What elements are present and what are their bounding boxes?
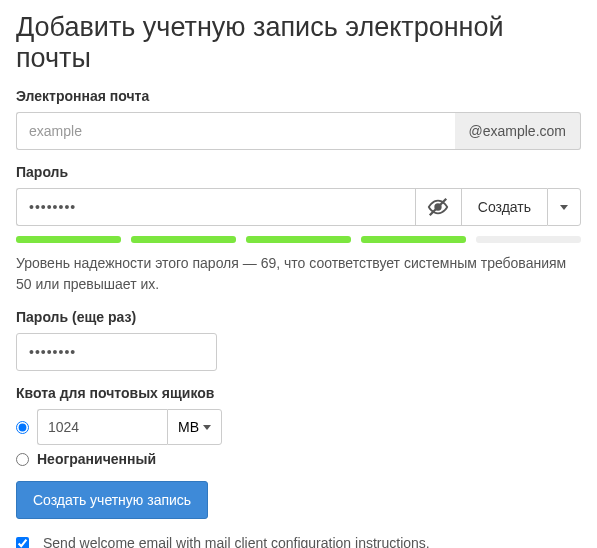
- password-confirm-group: Пароль (еще раз): [16, 309, 581, 371]
- password-strength-meter: [16, 236, 581, 243]
- password-confirm-input[interactable]: [16, 333, 217, 371]
- strength-segment: [246, 236, 351, 243]
- quota-label: Квота для почтовых ящиков: [16, 385, 581, 401]
- email-group: Электронная почта @example.com: [16, 88, 581, 150]
- page-title: Добавить учетную запись электронной почт…: [16, 12, 581, 74]
- create-account-button[interactable]: Создать учетную запись: [16, 481, 208, 519]
- strength-segment: [131, 236, 236, 243]
- caret-down-icon: [203, 425, 211, 430]
- eye-off-icon: [427, 196, 449, 218]
- password-label: Пароль: [16, 164, 581, 180]
- password-visibility-toggle[interactable]: [415, 188, 461, 226]
- caret-down-icon: [560, 205, 568, 210]
- welcome-email-row: Send welcome email with mail client conf…: [16, 535, 581, 548]
- quota-group: Квота для почтовых ящиков MB Неограничен…: [16, 385, 581, 467]
- welcome-email-checkbox[interactable]: [16, 537, 29, 549]
- quota-input[interactable]: [37, 409, 167, 445]
- password-strength-text: Уровень надежности этого пароля — 69, чт…: [16, 253, 581, 295]
- email-label: Электронная почта: [16, 88, 581, 104]
- strength-segment: [476, 236, 581, 243]
- password-generate-dropdown[interactable]: [547, 188, 581, 226]
- quota-unit-select[interactable]: MB: [167, 409, 222, 445]
- quota-radio-unlimited[interactable]: [16, 453, 29, 466]
- email-input[interactable]: [16, 112, 455, 150]
- strength-segment: [361, 236, 466, 243]
- strength-segment: [16, 236, 121, 243]
- quota-radio-limited[interactable]: [16, 421, 29, 434]
- email-domain-addon: @example.com: [455, 112, 581, 150]
- password-group: Пароль Создать Уровень надежности этого …: [16, 164, 581, 295]
- password-confirm-label: Пароль (еще раз): [16, 309, 581, 325]
- password-generate-button[interactable]: Создать: [461, 188, 547, 226]
- welcome-email-label: Send welcome email with mail client conf…: [43, 535, 430, 548]
- quota-unlimited-label: Неограниченный: [37, 451, 156, 467]
- password-input[interactable]: [16, 188, 415, 226]
- quota-unit-label: MB: [178, 419, 199, 435]
